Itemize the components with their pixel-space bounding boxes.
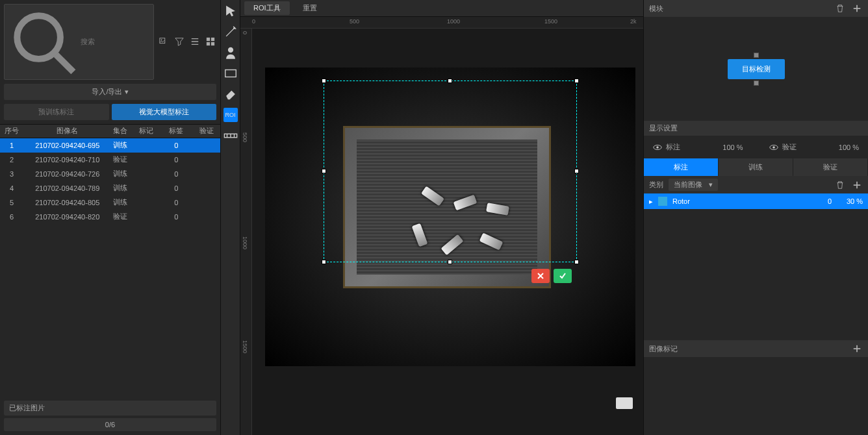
table-row[interactable]: 1210702-094240-695训练0: [0, 138, 220, 153]
svg-point-0: [17, 16, 60, 59]
person-tool[interactable]: [223, 45, 238, 60]
class-color-swatch: [658, 197, 667, 206]
display-settings-title: 显示设置: [649, 123, 678, 133]
module-header: 模块: [644, 0, 868, 17]
display-settings-header: 显示设置: [644, 121, 868, 136]
table-row[interactable]: 6210702-094240-820验证0: [0, 210, 220, 224]
svg-point-8: [233, 27, 235, 29]
pretrain-annotate-button[interactable]: 预训练标注: [4, 104, 109, 120]
tab-reset[interactable]: 重置: [294, 1, 326, 15]
class-pct: 30 %: [837, 197, 863, 205]
class-count: 0: [828, 197, 832, 205]
tab-train[interactable]: 训练: [719, 158, 793, 176]
display-verify-pct: 100 %: [839, 143, 859, 151]
rect-tool[interactable]: [223, 66, 238, 81]
roi-confirm-button[interactable]: [554, 269, 572, 283]
svg-rect-10: [225, 70, 236, 77]
col-name[interactable]: 图像名: [23, 126, 108, 136]
tab-annotate[interactable]: 标注: [644, 158, 719, 176]
search-box[interactable]: [4, 4, 154, 80]
add-class-icon[interactable]: [851, 179, 863, 191]
funnel-icon[interactable]: [173, 36, 185, 47]
table-row[interactable]: 5210702-094240-805训练0: [0, 195, 220, 210]
table-row[interactable]: 3210702-094240-726训练0: [0, 167, 220, 181]
delete-class-icon[interactable]: [834, 179, 846, 191]
svg-point-13: [656, 146, 659, 149]
eraser-tool[interactable]: [223, 87, 238, 101]
svg-rect-5: [211, 38, 214, 41]
tab-roi-tool[interactable]: ROI工具: [244, 1, 290, 15]
tab-verify[interactable]: 验证: [793, 158, 868, 176]
search-icon: [8, 7, 78, 77]
bigmodel-annotate-button[interactable]: 视觉大模型标注: [112, 104, 217, 120]
image-mark-header: 图像标记: [644, 340, 868, 357]
pointer-tool[interactable]: [223, 4, 238, 18]
eye-icon[interactable]: [769, 143, 778, 152]
class-name: Rotor: [672, 197, 690, 205]
display-label-pct: 100 %: [722, 143, 743, 151]
table-row[interactable]: 4210702-094240-789训练0: [0, 181, 220, 195]
ruler-vertical: 0 500 1000 1500: [240, 29, 252, 435]
labeled-images-label: 已标注图片: [4, 401, 216, 416]
col-set[interactable]: 集合: [108, 126, 134, 136]
category-label: 类别: [649, 180, 663, 190]
list-icon[interactable]: [189, 36, 201, 47]
measure-tool[interactable]: [223, 129, 238, 143]
module-node-detection[interactable]: 目标检测: [728, 59, 785, 79]
class-row-rotor[interactable]: ▸ Rotor 0 30 %: [644, 193, 868, 209]
svg-rect-4: [207, 38, 210, 41]
roi-tool[interactable]: ROI: [223, 108, 238, 122]
add-module-icon[interactable]: [851, 3, 863, 14]
col-index[interactable]: 序号: [0, 126, 23, 136]
expand-icon: ▸: [649, 197, 653, 206]
svg-line-1: [56, 55, 73, 72]
search-input[interactable]: [81, 38, 150, 45]
col-verify[interactable]: 验证: [193, 126, 220, 136]
svg-rect-7: [211, 42, 214, 45]
svg-point-9: [227, 47, 233, 53]
table-row[interactable]: 2210702-094240-710验证0: [0, 153, 220, 167]
svg-rect-6: [207, 42, 210, 45]
category-dropdown[interactable]: 当前图像▾: [669, 179, 718, 191]
image-table-header: 序号 图像名 集合 标记 标签 验证: [0, 124, 220, 138]
keyboard-icon[interactable]: [616, 397, 633, 409]
svg-point-15: [772, 146, 775, 149]
eye-icon[interactable]: [653, 143, 662, 152]
roi-cancel-button[interactable]: [531, 269, 550, 283]
delete-module-icon[interactable]: [834, 3, 846, 14]
svg-point-3: [161, 40, 162, 41]
col-mark[interactable]: 标记: [133, 126, 159, 136]
import-export-button[interactable]: 导入/导出 ▾: [4, 84, 216, 100]
roi-selection[interactable]: [324, 81, 577, 262]
add-mark-icon[interactable]: [851, 343, 863, 354]
col-tag[interactable]: 标签: [159, 126, 193, 136]
image-filter-icon[interactable]: [158, 36, 170, 47]
canvas-viewport[interactable]: [252, 29, 643, 435]
image-mark-title: 图像标记: [649, 344, 678, 354]
module-title: 模块: [649, 4, 663, 14]
progress-bar: 0/6: [4, 418, 216, 431]
grid-icon[interactable]: [205, 36, 216, 47]
ruler-horizontal: 0 500 1000 1500 2k: [240, 17, 643, 29]
display-label-text: 标注: [666, 142, 680, 152]
display-verify-text: 验证: [782, 142, 797, 152]
wand-tool[interactable]: [223, 25, 238, 39]
